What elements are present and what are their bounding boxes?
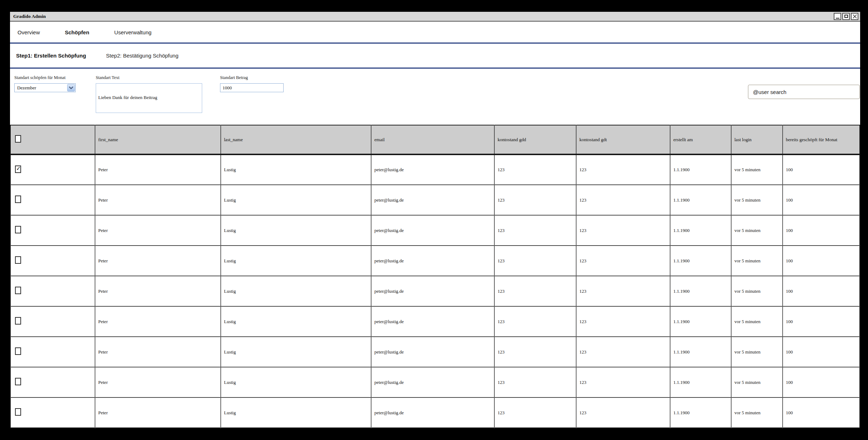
cell-bereits-geschoepft: 100 [783, 367, 860, 397]
row-checkbox[interactable] [15, 287, 21, 294]
table-row: Peter Lustig peter@lustig.de 123 123 1.1… [10, 215, 860, 246]
month-label: Standart schöpfen für Monat [14, 75, 76, 80]
cell-last-name: Lustig [221, 276, 371, 306]
maximize-button[interactable] [842, 13, 850, 20]
tab-step1-erstellen[interactable]: Step1: Erstellen Schöpfung [16, 53, 86, 59]
table-row: Peter Lustig peter@lustig.de 123 123 1.1… [10, 185, 860, 215]
cell-email: peter@lustig.de [371, 367, 494, 397]
window-controls [834, 13, 858, 20]
header-kontostand-gdd: kontostand gdd [494, 125, 576, 154]
cell-last-login: vor 5 minuten [731, 337, 783, 367]
tab-step2-bestaetigung[interactable]: Step2: Bestätigung Schöpfung [106, 53, 179, 59]
row-checkbox[interactable] [15, 408, 21, 416]
cell-erstellt-am: 1.1.1900 [670, 215, 731, 246]
cell-last-login: vor 5 minuten [731, 154, 783, 185]
table-header-row: first_name last_name email kontostand gd… [10, 125, 860, 154]
cell-bereits-geschoepft: 100 [783, 276, 860, 306]
cell-last-name: Lustig [221, 397, 371, 428]
step-nav: Step1: Erstellen Schöpfung Step2: Bestät… [10, 44, 860, 69]
row-checkbox[interactable] [15, 226, 21, 233]
standart-text-label: Standart Text [96, 75, 202, 80]
cell-email: peter@lustig.de [371, 246, 494, 276]
cell-bereits-geschoepft: 100 [783, 337, 860, 367]
main-nav: Overview Schöpfen Userverwaltung [10, 22, 860, 44]
cell-erstellt-am: 1.1.1900 [670, 185, 731, 215]
cell-erstellt-am: 1.1.1900 [670, 306, 731, 337]
table-row: Peter Lustig peter@lustig.de 123 123 1.1… [10, 306, 860, 337]
tab-overview[interactable]: Overview [18, 29, 40, 35]
cell-last-name: Lustig [221, 215, 371, 246]
cell-last-name: Lustig [221, 154, 371, 185]
row-checkbox[interactable] [15, 165, 21, 173]
cell-last-login: vor 5 minuten [731, 367, 783, 397]
header-last-name: last_name [221, 125, 371, 154]
row-select-cell [10, 215, 95, 246]
minimize-button[interactable] [834, 13, 841, 20]
cell-first-name: Peter [95, 397, 221, 428]
tab-schoepfen[interactable]: Schöpfen [65, 29, 89, 35]
cell-erstellt-am: 1.1.1900 [670, 246, 731, 276]
user-search-input[interactable] [748, 85, 860, 99]
tab-userverwaltung[interactable]: Userverwaltung [114, 29, 151, 35]
cell-email: peter@lustig.de [371, 215, 494, 246]
row-checkbox[interactable] [15, 347, 21, 355]
table-row: Peter Lustig peter@lustig.de 123 123 1.1… [10, 154, 860, 185]
cell-kontostand-gdd: 123 [494, 246, 576, 276]
cell-bereits-geschoepft: 100 [783, 306, 860, 337]
table-row: Peter Lustig peter@lustig.de 123 123 1.1… [10, 246, 860, 276]
cell-bereits-geschoepft: 100 [783, 215, 860, 246]
row-checkbox[interactable] [15, 378, 21, 385]
cell-kontostand-gdd: 123 [494, 215, 576, 246]
cell-bereits-geschoepft: 100 [783, 154, 860, 185]
app-window: Gradido Admin Overview Schöpfen Userverw… [10, 12, 860, 428]
cell-email: peter@lustig.de [371, 306, 494, 337]
cell-first-name: Peter [95, 154, 221, 185]
cell-kontostand-gdd: 123 [494, 337, 576, 367]
row-select-cell [10, 154, 95, 185]
header-select-cell [10, 125, 95, 154]
chevron-down-icon [69, 86, 73, 89]
cell-erstellt-am: 1.1.1900 [670, 397, 731, 428]
cell-erstellt-am: 1.1.1900 [670, 276, 731, 306]
cell-last-name: Lustig [221, 337, 371, 367]
standart-text-input[interactable]: Lieben Dank für deinen Beitrag [96, 83, 202, 113]
cell-last-login: vor 5 minuten [731, 246, 783, 276]
cell-first-name: Peter [95, 246, 221, 276]
cell-kontostand-gdd: 123 [494, 306, 576, 337]
row-select-cell [10, 246, 95, 276]
maximize-icon [844, 15, 848, 18]
row-checkbox[interactable] [15, 196, 21, 203]
table-body: Peter Lustig peter@lustig.de 123 123 1.1… [10, 154, 860, 428]
cell-first-name: Peter [95, 306, 221, 337]
month-select-arrow[interactable] [67, 84, 75, 92]
cell-bereits-geschoepft: 100 [783, 185, 860, 215]
header-email: email [371, 125, 494, 154]
standart-betrag-input[interactable] [220, 83, 284, 92]
select-all-checkbox[interactable] [15, 135, 21, 143]
cell-last-name: Lustig [221, 185, 371, 215]
row-select-cell [10, 306, 95, 337]
table-row: Peter Lustig peter@lustig.de 123 123 1.1… [10, 397, 860, 428]
cell-first-name: Peter [95, 215, 221, 246]
cell-kontostand-gdd: 123 [494, 276, 576, 306]
cell-erstellt-am: 1.1.1900 [670, 367, 731, 397]
row-select-cell [10, 367, 95, 397]
close-button[interactable] [851, 13, 858, 20]
month-field-group: Standart schöpfen für Monat Dezember [14, 75, 76, 92]
cell-kontostand-gdd: 123 [494, 185, 576, 215]
user-table: first_name last_name email kontostand gd… [10, 125, 860, 428]
header-kontostand-gdt: kontostand gdt [576, 125, 670, 154]
month-select[interactable]: Dezember [14, 83, 76, 92]
cell-email: peter@lustig.de [371, 337, 494, 367]
header-last-login: last login [731, 125, 783, 154]
row-checkbox[interactable] [15, 317, 21, 325]
header-erstellt-am: erstellt am [670, 125, 731, 154]
cell-last-login: vor 5 minuten [731, 306, 783, 337]
cell-first-name: Peter [95, 337, 221, 367]
header-bereits-geschoepft: bereits geschöpft für Monat [783, 125, 860, 154]
cell-kontostand-gdt: 123 [576, 367, 670, 397]
cell-kontostand-gdt: 123 [576, 397, 670, 428]
row-select-cell [10, 397, 95, 428]
row-checkbox[interactable] [15, 256, 21, 264]
header-first-name: first_name [95, 125, 221, 154]
